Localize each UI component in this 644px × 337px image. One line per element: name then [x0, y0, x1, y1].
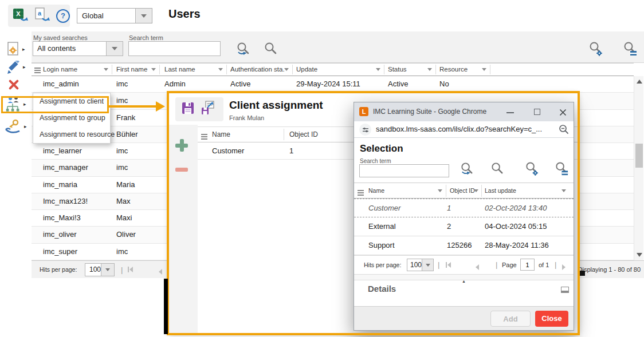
close-window-icon[interactable]	[559, 108, 567, 118]
column-header-update[interactable]: Update	[296, 64, 317, 76]
reset-search-icon[interactable]	[235, 41, 252, 60]
edit-icon[interactable]	[6, 61, 21, 78]
scroll-up-icon[interactable]	[637, 80, 642, 84]
minimize-button[interactable]	[506, 112, 514, 113]
url-text[interactable]: sandbox.lms-saas.com/ils/clix.do?searchK…	[376, 121, 542, 137]
previous-page-button[interactable]	[159, 267, 162, 277]
save-icon[interactable]	[181, 101, 195, 117]
column-header-name[interactable]: Name	[368, 183, 384, 198]
column-header-object-id[interactable]: Object ID	[450, 183, 475, 198]
pagination-separator: |	[121, 265, 123, 274]
translation-export-icon[interactable]: a	[34, 7, 50, 25]
chrome-address-bar[interactable]: sandbox.lms-saas.com/ils/clix.do?searchK…	[354, 121, 574, 138]
menu-item-assignment-to-client[interactable]: Assignment to client	[33, 93, 110, 110]
sort-arrow-icon[interactable]	[104, 68, 108, 71]
column-separator	[112, 65, 112, 74]
sort-arrow-icon[interactable]	[376, 68, 380, 71]
column-header-resource[interactable]: Resource	[439, 64, 468, 76]
table-row[interactable]: Support 125266 28-May-2024 11:36	[354, 236, 574, 255]
chrome-titlebar[interactable]: L IMC Learning Suite - Google Chrome	[354, 102, 574, 121]
sort-arrow-icon[interactable]	[561, 189, 566, 192]
cell-first-name: imc	[116, 160, 128, 176]
flyout-caret-icon[interactable]: ▸	[23, 101, 26, 107]
new-search-icon[interactable]	[7, 42, 22, 60]
help-icon[interactable]: ?	[56, 9, 70, 23]
saved-search-icon[interactable]	[554, 161, 570, 179]
previous-page-button[interactable]	[476, 262, 479, 272]
saved-searches-dropdown[interactable]: All contents	[33, 41, 123, 56]
column-header-name[interactable]: Name	[212, 127, 230, 142]
menu-item-assignment-to-resource[interactable]: Assignment to resource	[33, 126, 110, 143]
first-page-button[interactable]	[128, 267, 133, 272]
flyout-caret-icon[interactable]: ▸	[22, 46, 25, 52]
add-row-icon[interactable]	[175, 139, 188, 152]
table-row[interactable]: External 2 04-Oct-2024 05:15	[354, 217, 574, 236]
column-header-last-update[interactable]: Last update	[485, 183, 516, 198]
sort-arrow-icon[interactable]	[482, 68, 486, 71]
chevron-down-icon[interactable]	[422, 259, 433, 271]
search-icon[interactable]	[490, 161, 505, 179]
search-term-input[interactable]	[128, 41, 221, 56]
column-header-login-name[interactable]: Login name	[43, 64, 77, 76]
chevron-down-icon[interactable]	[101, 264, 114, 276]
column-header-authentication-status[interactable]: Authentication sta.	[230, 64, 285, 76]
cell-first-name: imc	[116, 93, 128, 109]
scope-dropdown[interactable]: Global	[77, 8, 152, 23]
panel-splitter[interactable]: ▲	[354, 274, 574, 280]
sort-arrow-icon[interactable]	[474, 189, 478, 192]
maximize-button[interactable]	[534, 109, 540, 115]
chrome-window-title: IMC Learning Suite - Google Chrome	[373, 102, 486, 121]
sort-arrow-icon[interactable]	[151, 68, 156, 71]
sort-arrow-icon[interactable]	[218, 68, 223, 71]
table-row[interactable]: imc_admin imc Admin Active 29-May-2024 1…	[32, 76, 634, 93]
search-icon[interactable]	[263, 41, 279, 60]
sort-arrow-icon[interactable]	[438, 189, 442, 192]
remove-row-icon[interactable]	[175, 168, 188, 172]
menu-item-assignment-to-group[interactable]: Assignment to group	[33, 110, 110, 126]
column-header-status[interactable]: Status	[388, 64, 407, 76]
column-header-first-name[interactable]: First name	[116, 64, 147, 76]
add-button[interactable]: Add	[490, 311, 531, 327]
search-settings-icon[interactable]	[588, 41, 604, 60]
hits-per-page-value: 100	[407, 259, 422, 271]
column-separator	[490, 65, 490, 74]
hits-per-page-dropdown[interactable]: 100	[85, 263, 115, 276]
scrollbar-thumb[interactable]	[635, 144, 643, 168]
close-button[interactable]: Close	[535, 311, 568, 327]
reset-search-icon[interactable]	[460, 161, 475, 179]
saved-search-icon[interactable]	[622, 41, 638, 60]
cell-login-name: imc_learner	[43, 143, 82, 159]
chevron-down-icon[interactable]	[106, 42, 123, 55]
selection-search-input[interactable]	[359, 164, 449, 177]
excel-export-icon[interactable]: X	[13, 7, 29, 25]
favicon: L	[359, 107, 368, 116]
next-page-button[interactable]	[562, 262, 566, 272]
sort-arrow-icon[interactable]	[284, 68, 289, 71]
column-header-last-name[interactable]: Last name	[164, 64, 195, 76]
flyout-caret-icon[interactable]: ▸	[24, 124, 27, 129]
table-row[interactable]: Customer 1 02-Oct-2024 13:40	[354, 199, 574, 217]
page-of-label: of 1	[539, 261, 549, 268]
svg-text:X: X	[16, 10, 21, 17]
allocation-icon[interactable]	[5, 119, 22, 136]
collapse-details-icon[interactable]	[561, 287, 569, 293]
pagination-separator: |	[555, 260, 556, 269]
column-header-object-id[interactable]: Object ID	[289, 127, 318, 142]
cell-update: 29-May-2024 15:11	[296, 76, 360, 92]
scroll-down-icon[interactable]	[637, 253, 642, 257]
save-and-close-icon[interactable]	[201, 101, 215, 118]
assignment-icon[interactable]	[5, 96, 21, 116]
page-number-input[interactable]	[520, 259, 535, 271]
column-separator	[159, 65, 160, 74]
flyout-caret-icon[interactable]: ▸	[23, 64, 26, 70]
hits-per-page-dropdown[interactable]: 100	[407, 259, 434, 271]
first-page-button[interactable]	[446, 262, 451, 268]
zoom-icon[interactable]	[559, 124, 569, 137]
vertical-scrollbar[interactable]	[634, 76, 643, 260]
search-settings-icon[interactable]	[524, 161, 540, 179]
search-term-label: Search term	[360, 158, 391, 164]
sort-arrow-icon[interactable]	[427, 68, 432, 71]
site-settings-icon[interactable]	[359, 124, 371, 136]
chevron-down-icon[interactable]	[135, 9, 152, 23]
export-toolbar: X a ?	[8, 5, 70, 27]
